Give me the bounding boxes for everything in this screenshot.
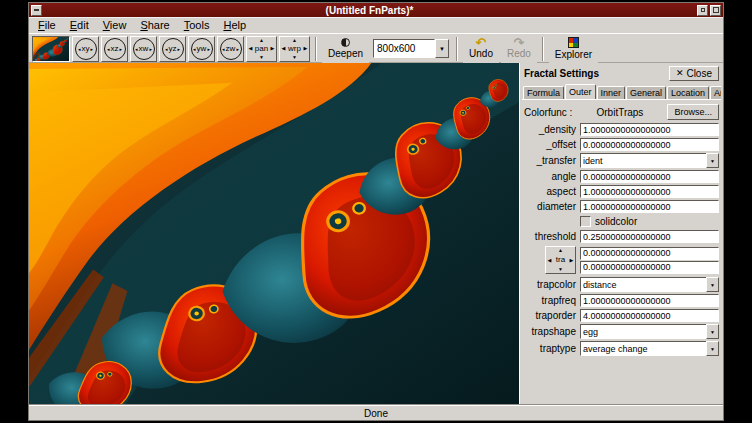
traptype-dropdown[interactable]: average change ▼ bbox=[580, 341, 719, 356]
tab-formula[interactable]: Formula bbox=[523, 86, 564, 99]
menu-help[interactable]: Help bbox=[216, 18, 253, 33]
offset-input[interactable] bbox=[580, 138, 719, 151]
warp-right-icon[interactable]: ▶ bbox=[304, 46, 308, 51]
menu-edit[interactable]: Edit bbox=[63, 18, 96, 33]
density-input[interactable] bbox=[580, 123, 719, 136]
checkbox-icon[interactable] bbox=[580, 216, 591, 227]
traporder-label: traporder bbox=[524, 310, 576, 321]
tra-left-icon[interactable]: ◀ bbox=[548, 258, 552, 263]
statusbar: Done bbox=[29, 405, 723, 420]
tra-y-input[interactable] bbox=[580, 261, 719, 274]
rotate-zw-button[interactable]: zw bbox=[217, 36, 244, 62]
transfer-row: _transfer ident ▼ bbox=[524, 153, 719, 168]
tab-general[interactable]: General bbox=[626, 86, 666, 99]
transfer-value: ident bbox=[580, 153, 706, 168]
rotation-dial-icon: zw bbox=[220, 38, 242, 60]
warp-label: wrp bbox=[288, 45, 301, 53]
chevron-down-icon[interactable]: ▼ bbox=[706, 341, 719, 356]
solidcolor-checkbox[interactable]: solidcolor bbox=[580, 216, 719, 227]
threshold-label: threshold bbox=[524, 231, 576, 242]
redo-icon: ↷ bbox=[513, 38, 524, 47]
explorer-label: Explorer bbox=[555, 49, 592, 60]
tab-location[interactable]: Location bbox=[667, 86, 709, 99]
explorer-button[interactable]: Explorer bbox=[549, 35, 598, 63]
titlebar[interactable]: (Untitled FnParts)* bbox=[29, 3, 723, 17]
redo-button: ↷ Redo bbox=[501, 35, 537, 63]
threshold-input[interactable] bbox=[580, 230, 719, 243]
window-title: (Untitled FnParts)* bbox=[44, 4, 695, 17]
angle-input[interactable] bbox=[580, 170, 719, 183]
density-row: _density bbox=[524, 123, 719, 136]
trapshape-dropdown[interactable]: egg ▼ bbox=[580, 324, 719, 339]
fractal-canvas[interactable] bbox=[29, 63, 519, 405]
aspect-label: aspect bbox=[524, 186, 576, 197]
tra-up-icon[interactable]: ▲ bbox=[558, 248, 563, 253]
diameter-input[interactable] bbox=[580, 200, 719, 213]
tra-inputs bbox=[580, 247, 719, 274]
menu-share[interactable]: Share bbox=[133, 18, 176, 33]
window-menu-button[interactable] bbox=[31, 5, 42, 16]
chevron-down-icon[interactable]: ▼ bbox=[706, 324, 719, 339]
pan-down-icon[interactable]: ▼ bbox=[259, 55, 264, 60]
settings-tabs: Formula Outer Inner General Location Ang… bbox=[522, 84, 721, 99]
resolution-combo[interactable]: 800x600 ▼ bbox=[373, 39, 449, 58]
warp-up-icon[interactable]: ▲ bbox=[292, 38, 297, 43]
traporder-input[interactable] bbox=[580, 309, 719, 322]
fractal-preview-thumbnail[interactable] bbox=[32, 36, 70, 62]
maximize-button[interactable] bbox=[710, 5, 721, 16]
threshold-row: threshold bbox=[524, 230, 719, 243]
pan-left-icon[interactable]: ◀ bbox=[249, 46, 253, 51]
rotate-xy-button[interactable]: xy bbox=[72, 36, 99, 62]
rotate-yz-button[interactable]: yz bbox=[159, 36, 186, 62]
chevron-down-icon[interactable]: ▼ bbox=[706, 153, 719, 168]
browse-button[interactable]: Browse... bbox=[667, 104, 719, 120]
trapfreq-row: trapfreq bbox=[524, 294, 719, 307]
trapcolor-label: trapcolor bbox=[524, 279, 576, 290]
rotate-xw-button[interactable]: xw bbox=[130, 36, 157, 62]
explorer-icon bbox=[568, 37, 579, 48]
colorfunc-label: Colorfunc : bbox=[524, 107, 572, 118]
deepen-button[interactable]: Deepen bbox=[322, 35, 369, 63]
window-menu-icon bbox=[34, 9, 39, 11]
tra-down-icon[interactable]: ▼ bbox=[558, 267, 563, 272]
trapfreq-input[interactable] bbox=[580, 294, 719, 307]
resolution-dropdown-arrow-icon[interactable]: ▼ bbox=[435, 39, 449, 58]
rotation-dial-icon: yz bbox=[162, 38, 184, 60]
tab-inner[interactable]: Inner bbox=[597, 86, 626, 99]
fractal-preview-image bbox=[33, 37, 69, 61]
warp-left-icon[interactable]: ◀ bbox=[282, 46, 286, 51]
app-window: (Untitled FnParts)* File Edit View Share… bbox=[28, 2, 724, 421]
tab-outer[interactable]: Outer bbox=[565, 84, 596, 99]
undo-button[interactable]: ↶ Undo bbox=[463, 35, 499, 63]
pan-fourway-control[interactable]: ▲ ◀ pan ▶ ▼ bbox=[246, 36, 277, 62]
toolbar-separator bbox=[315, 37, 317, 61]
tab-angles[interactable]: Angles bbox=[710, 86, 721, 99]
warp-down-icon[interactable]: ▼ bbox=[292, 55, 297, 60]
resolution-value[interactable]: 800x600 bbox=[373, 39, 435, 58]
aspect-input[interactable] bbox=[580, 185, 719, 198]
outer-tab-form: Colorfunc : OrbitTraps Browse... _densit… bbox=[522, 99, 721, 359]
trapshape-value: egg bbox=[580, 324, 706, 339]
undo-icon: ↶ bbox=[476, 38, 487, 47]
menu-tools[interactable]: Tools bbox=[177, 18, 217, 33]
close-settings-button[interactable]: ✕ Close bbox=[669, 66, 719, 81]
tra-right-icon[interactable]: ▶ bbox=[570, 258, 574, 263]
rotate-xz-button[interactable]: xz bbox=[101, 36, 128, 62]
warp-fourway-control[interactable]: ▲ ◀ wrp ▶ ▼ bbox=[279, 36, 310, 62]
chevron-down-icon[interactable]: ▼ bbox=[706, 277, 719, 292]
diameter-label: diameter bbox=[524, 201, 576, 212]
settings-title: Fractal Settings bbox=[524, 68, 599, 79]
pan-right-icon[interactable]: ▶ bbox=[271, 46, 275, 51]
trap-position-row: ▲ ◀ tra ▶ ▼ bbox=[524, 246, 719, 274]
pan-up-icon[interactable]: ▲ bbox=[259, 38, 264, 43]
menu-view[interactable]: View bbox=[96, 18, 134, 33]
tra-x-input[interactable] bbox=[580, 247, 719, 260]
colorfunc-value: OrbitTraps bbox=[575, 107, 664, 118]
trapcolor-dropdown[interactable]: distance ▼ bbox=[580, 277, 719, 292]
transfer-dropdown[interactable]: ident ▼ bbox=[580, 153, 719, 168]
minimize-button[interactable] bbox=[697, 5, 708, 16]
tra-fourway-control[interactable]: ▲ ◀ tra ▶ ▼ bbox=[545, 246, 576, 274]
menubar: File Edit View Share Tools Help bbox=[29, 17, 723, 33]
rotate-yw-button[interactable]: yw bbox=[188, 36, 215, 62]
menu-file[interactable]: File bbox=[31, 18, 63, 33]
